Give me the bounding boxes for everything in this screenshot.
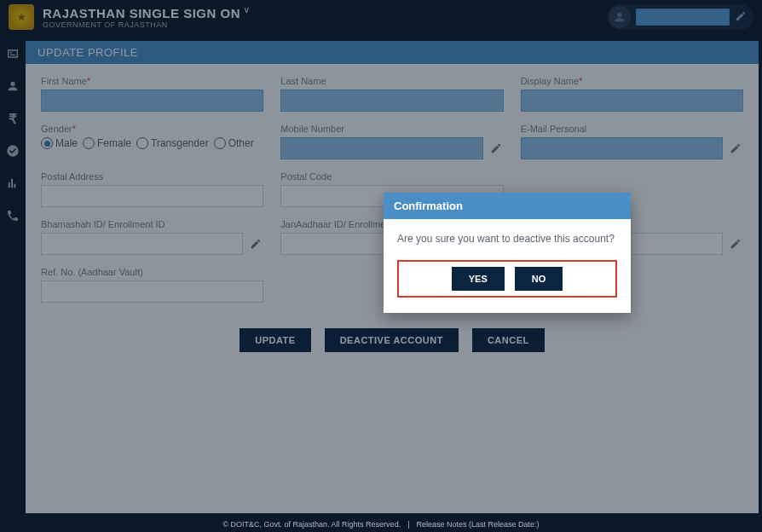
avatar-icon — [609, 6, 631, 28]
bhamashah-label: Bhamashah ID/ Enrollment ID — [41, 219, 263, 229]
first-name-input[interactable] — [41, 90, 263, 112]
bhamashah-input[interactable] — [41, 233, 243, 255]
modal-action-highlight: YES NO — [397, 260, 617, 298]
gender-transgender-label: Transgender — [151, 137, 209, 149]
display-name-input[interactable] — [521, 90, 743, 112]
radio-icon — [41, 137, 53, 149]
check-circle-icon[interactable] — [5, 143, 20, 159]
display-name-label: Display Name — [521, 76, 743, 86]
gender-female-radio[interactable]: Female — [83, 137, 131, 149]
left-sidebar: ₹ — [0, 34, 26, 517]
state-emblem-logo — [9, 4, 34, 30]
footer-sep: | — [407, 520, 409, 529]
footer: © DOIT&C, Govt. of Rajasthan. All Rights… — [0, 517, 762, 532]
footer-release[interactable]: Release Notes (Last Release Date:) — [416, 520, 539, 529]
edit-icon[interactable] — [728, 141, 743, 156]
mobile-input[interactable] — [280, 137, 482, 159]
confirmation-modal: Confirmation Are you sure you want to de… — [384, 193, 631, 313]
postal-code-label: Postal Code — [280, 171, 503, 182]
last-name-label: Last Name — [280, 76, 503, 86]
user-icon[interactable] — [5, 78, 20, 94]
radio-icon — [136, 137, 148, 149]
gender-other-radio[interactable]: Other — [214, 137, 254, 149]
cancel-button[interactable]: CANCEL — [472, 328, 545, 352]
footer-copyright: © DOIT&C, Govt. of Rajasthan. All Rights… — [222, 520, 401, 529]
bar-chart-icon[interactable] — [5, 176, 20, 191]
modal-text: Are you sure you want to deactive this a… — [397, 231, 617, 246]
top-titles: RAJASTHAN SINGLE SIGN ON v GOVERNMENT OF… — [43, 5, 607, 29]
postal-address-input[interactable] — [41, 185, 263, 207]
gender-other-label: Other — [228, 137, 254, 149]
edit-icon[interactable] — [728, 236, 743, 252]
email-label: E-Mail Personal — [521, 124, 743, 134]
update-button[interactable]: UPDATE — [240, 328, 310, 352]
page-title: UPDATE PROFILE — [26, 41, 759, 64]
user-pill[interactable] — [607, 4, 753, 30]
edit-profile-icon[interactable] — [735, 10, 748, 24]
gender-male-radio[interactable]: Male — [41, 137, 78, 149]
email-input[interactable] — [521, 137, 723, 159]
edit-icon[interactable] — [488, 141, 504, 156]
first-name-label: First Name — [41, 76, 263, 86]
deactive-account-button[interactable]: DEACTIVE ACCOUNT — [325, 328, 459, 352]
modal-title: Confirmation — [384, 193, 631, 219]
gender-label: Gender — [41, 124, 263, 134]
version-mark: v — [245, 5, 250, 14]
radio-icon — [214, 137, 226, 149]
refno-label: Ref. No. (Aadhaar Vault) — [41, 267, 263, 277]
mobile-label: Mobile Number — [280, 124, 503, 134]
postal-address-label: Postal Address — [41, 171, 263, 182]
id-card-icon[interactable] — [5, 46, 20, 61]
gender-transgender-radio[interactable]: Transgender — [136, 137, 209, 149]
modal-no-button[interactable]: NO — [515, 267, 563, 291]
gender-male-label: Male — [55, 137, 78, 149]
app-title: RAJASTHAN SINGLE SIGN ON v — [43, 5, 607, 20]
last-name-input[interactable] — [280, 90, 503, 112]
modal-yes-button[interactable]: YES — [452, 267, 505, 291]
app-subtitle: GOVERNMENT OF RAJASTHAN — [43, 20, 607, 29]
gender-radio-group: Male Female Transgender Other — [41, 137, 263, 149]
action-bar: UPDATE DEACTIVE ACCOUNT CANCEL — [41, 328, 743, 352]
user-name-chip — [636, 9, 730, 26]
edit-icon[interactable] — [248, 236, 263, 252]
top-bar: RAJASTHAN SINGLE SIGN ON v GOVERNMENT OF… — [0, 0, 762, 34]
radio-icon — [83, 137, 95, 149]
refno-input[interactable] — [41, 280, 263, 303]
gender-female-label: Female — [97, 137, 131, 149]
rupee-icon[interactable]: ₹ — [5, 111, 20, 126]
phone-icon[interactable] — [5, 208, 20, 223]
app-title-text: RAJASTHAN SINGLE SIGN ON — [43, 6, 240, 20]
